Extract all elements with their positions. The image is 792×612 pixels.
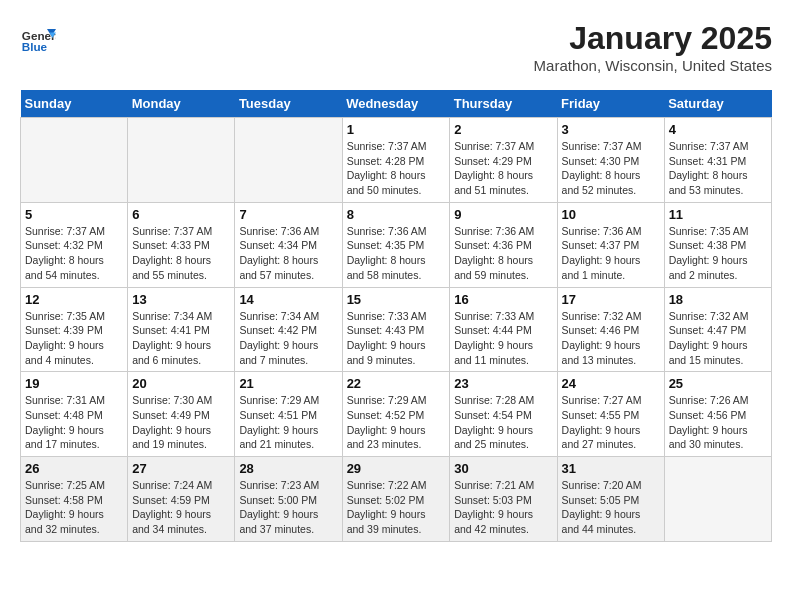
calendar-day-cell: 28Sunrise: 7:23 AM Sunset: 5:00 PM Dayli…	[235, 457, 342, 542]
calendar-table: SundayMondayTuesdayWednesdayThursdayFrid…	[20, 90, 772, 542]
day-info: Sunrise: 7:27 AM Sunset: 4:55 PM Dayligh…	[562, 393, 660, 452]
calendar-day-cell: 8Sunrise: 7:36 AM Sunset: 4:35 PM Daylig…	[342, 202, 450, 287]
day-number: 23	[454, 376, 552, 391]
day-number: 20	[132, 376, 230, 391]
page-header: General Blue January 2025 Marathon, Wisc…	[20, 20, 772, 74]
logo-icon: General Blue	[20, 20, 56, 56]
weekday-header: Monday	[128, 90, 235, 118]
day-number: 26	[25, 461, 123, 476]
day-info: Sunrise: 7:36 AM Sunset: 4:36 PM Dayligh…	[454, 224, 552, 283]
weekday-header: Sunday	[21, 90, 128, 118]
day-number: 19	[25, 376, 123, 391]
day-info: Sunrise: 7:37 AM Sunset: 4:28 PM Dayligh…	[347, 139, 446, 198]
day-info: Sunrise: 7:21 AM Sunset: 5:03 PM Dayligh…	[454, 478, 552, 537]
calendar-day-cell: 18Sunrise: 7:32 AM Sunset: 4:47 PM Dayli…	[664, 287, 771, 372]
weekday-header: Saturday	[664, 90, 771, 118]
calendar-day-cell: 31Sunrise: 7:20 AM Sunset: 5:05 PM Dayli…	[557, 457, 664, 542]
day-number: 18	[669, 292, 767, 307]
day-info: Sunrise: 7:20 AM Sunset: 5:05 PM Dayligh…	[562, 478, 660, 537]
day-info: Sunrise: 7:32 AM Sunset: 4:46 PM Dayligh…	[562, 309, 660, 368]
day-info: Sunrise: 7:32 AM Sunset: 4:47 PM Dayligh…	[669, 309, 767, 368]
month-title: January 2025	[534, 20, 772, 57]
day-info: Sunrise: 7:34 AM Sunset: 4:41 PM Dayligh…	[132, 309, 230, 368]
calendar-day-cell: 24Sunrise: 7:27 AM Sunset: 4:55 PM Dayli…	[557, 372, 664, 457]
day-number: 15	[347, 292, 446, 307]
day-number: 2	[454, 122, 552, 137]
calendar-day-cell: 21Sunrise: 7:29 AM Sunset: 4:51 PM Dayli…	[235, 372, 342, 457]
calendar-day-cell: 26Sunrise: 7:25 AM Sunset: 4:58 PM Dayli…	[21, 457, 128, 542]
day-number: 9	[454, 207, 552, 222]
calendar-day-cell: 19Sunrise: 7:31 AM Sunset: 4:48 PM Dayli…	[21, 372, 128, 457]
calendar-day-cell: 3Sunrise: 7:37 AM Sunset: 4:30 PM Daylig…	[557, 118, 664, 203]
calendar-week-row: 12Sunrise: 7:35 AM Sunset: 4:39 PM Dayli…	[21, 287, 772, 372]
day-number: 24	[562, 376, 660, 391]
day-info: Sunrise: 7:22 AM Sunset: 5:02 PM Dayligh…	[347, 478, 446, 537]
day-info: Sunrise: 7:36 AM Sunset: 4:34 PM Dayligh…	[239, 224, 337, 283]
day-number: 3	[562, 122, 660, 137]
day-number: 10	[562, 207, 660, 222]
weekday-header: Thursday	[450, 90, 557, 118]
day-number: 11	[669, 207, 767, 222]
location: Marathon, Wisconsin, United States	[534, 57, 772, 74]
day-info: Sunrise: 7:37 AM Sunset: 4:33 PM Dayligh…	[132, 224, 230, 283]
weekday-header: Wednesday	[342, 90, 450, 118]
day-info: Sunrise: 7:25 AM Sunset: 4:58 PM Dayligh…	[25, 478, 123, 537]
calendar-day-cell: 29Sunrise: 7:22 AM Sunset: 5:02 PM Dayli…	[342, 457, 450, 542]
day-info: Sunrise: 7:37 AM Sunset: 4:32 PM Dayligh…	[25, 224, 123, 283]
calendar-day-cell: 5Sunrise: 7:37 AM Sunset: 4:32 PM Daylig…	[21, 202, 128, 287]
calendar-day-cell: 10Sunrise: 7:36 AM Sunset: 4:37 PM Dayli…	[557, 202, 664, 287]
day-info: Sunrise: 7:23 AM Sunset: 5:00 PM Dayligh…	[239, 478, 337, 537]
calendar-day-cell	[664, 457, 771, 542]
calendar-day-cell: 2Sunrise: 7:37 AM Sunset: 4:29 PM Daylig…	[450, 118, 557, 203]
day-info: Sunrise: 7:36 AM Sunset: 4:37 PM Dayligh…	[562, 224, 660, 283]
day-number: 5	[25, 207, 123, 222]
day-info: Sunrise: 7:30 AM Sunset: 4:49 PM Dayligh…	[132, 393, 230, 452]
calendar-week-row: 1Sunrise: 7:37 AM Sunset: 4:28 PM Daylig…	[21, 118, 772, 203]
logo: General Blue	[20, 20, 56, 56]
day-number: 29	[347, 461, 446, 476]
calendar-day-cell: 22Sunrise: 7:29 AM Sunset: 4:52 PM Dayli…	[342, 372, 450, 457]
day-number: 12	[25, 292, 123, 307]
day-number: 28	[239, 461, 337, 476]
calendar-week-row: 19Sunrise: 7:31 AM Sunset: 4:48 PM Dayli…	[21, 372, 772, 457]
title-block: January 2025 Marathon, Wisconsin, United…	[534, 20, 772, 74]
day-number: 17	[562, 292, 660, 307]
calendar-day-cell: 15Sunrise: 7:33 AM Sunset: 4:43 PM Dayli…	[342, 287, 450, 372]
calendar-day-cell: 4Sunrise: 7:37 AM Sunset: 4:31 PM Daylig…	[664, 118, 771, 203]
day-number: 25	[669, 376, 767, 391]
day-info: Sunrise: 7:37 AM Sunset: 4:29 PM Dayligh…	[454, 139, 552, 198]
calendar-day-cell: 11Sunrise: 7:35 AM Sunset: 4:38 PM Dayli…	[664, 202, 771, 287]
day-info: Sunrise: 7:26 AM Sunset: 4:56 PM Dayligh…	[669, 393, 767, 452]
svg-text:Blue: Blue	[22, 40, 48, 53]
day-info: Sunrise: 7:35 AM Sunset: 4:39 PM Dayligh…	[25, 309, 123, 368]
day-number: 22	[347, 376, 446, 391]
day-number: 4	[669, 122, 767, 137]
weekday-header: Friday	[557, 90, 664, 118]
day-number: 8	[347, 207, 446, 222]
calendar-week-row: 26Sunrise: 7:25 AM Sunset: 4:58 PM Dayli…	[21, 457, 772, 542]
calendar-day-cell: 12Sunrise: 7:35 AM Sunset: 4:39 PM Dayli…	[21, 287, 128, 372]
calendar-day-cell: 27Sunrise: 7:24 AM Sunset: 4:59 PM Dayli…	[128, 457, 235, 542]
day-info: Sunrise: 7:29 AM Sunset: 4:52 PM Dayligh…	[347, 393, 446, 452]
day-info: Sunrise: 7:37 AM Sunset: 4:30 PM Dayligh…	[562, 139, 660, 198]
day-number: 14	[239, 292, 337, 307]
day-number: 30	[454, 461, 552, 476]
day-info: Sunrise: 7:31 AM Sunset: 4:48 PM Dayligh…	[25, 393, 123, 452]
day-info: Sunrise: 7:29 AM Sunset: 4:51 PM Dayligh…	[239, 393, 337, 452]
day-info: Sunrise: 7:24 AM Sunset: 4:59 PM Dayligh…	[132, 478, 230, 537]
calendar-day-cell: 16Sunrise: 7:33 AM Sunset: 4:44 PM Dayli…	[450, 287, 557, 372]
calendar-day-cell: 9Sunrise: 7:36 AM Sunset: 4:36 PM Daylig…	[450, 202, 557, 287]
calendar-day-cell: 6Sunrise: 7:37 AM Sunset: 4:33 PM Daylig…	[128, 202, 235, 287]
weekday-header-row: SundayMondayTuesdayWednesdayThursdayFrid…	[21, 90, 772, 118]
calendar-day-cell: 7Sunrise: 7:36 AM Sunset: 4:34 PM Daylig…	[235, 202, 342, 287]
day-number: 6	[132, 207, 230, 222]
day-info: Sunrise: 7:28 AM Sunset: 4:54 PM Dayligh…	[454, 393, 552, 452]
day-info: Sunrise: 7:33 AM Sunset: 4:43 PM Dayligh…	[347, 309, 446, 368]
day-number: 1	[347, 122, 446, 137]
calendar-day-cell: 13Sunrise: 7:34 AM Sunset: 4:41 PM Dayli…	[128, 287, 235, 372]
calendar-week-row: 5Sunrise: 7:37 AM Sunset: 4:32 PM Daylig…	[21, 202, 772, 287]
calendar-day-cell: 20Sunrise: 7:30 AM Sunset: 4:49 PM Dayli…	[128, 372, 235, 457]
calendar-day-cell: 30Sunrise: 7:21 AM Sunset: 5:03 PM Dayli…	[450, 457, 557, 542]
day-info: Sunrise: 7:35 AM Sunset: 4:38 PM Dayligh…	[669, 224, 767, 283]
day-info: Sunrise: 7:33 AM Sunset: 4:44 PM Dayligh…	[454, 309, 552, 368]
